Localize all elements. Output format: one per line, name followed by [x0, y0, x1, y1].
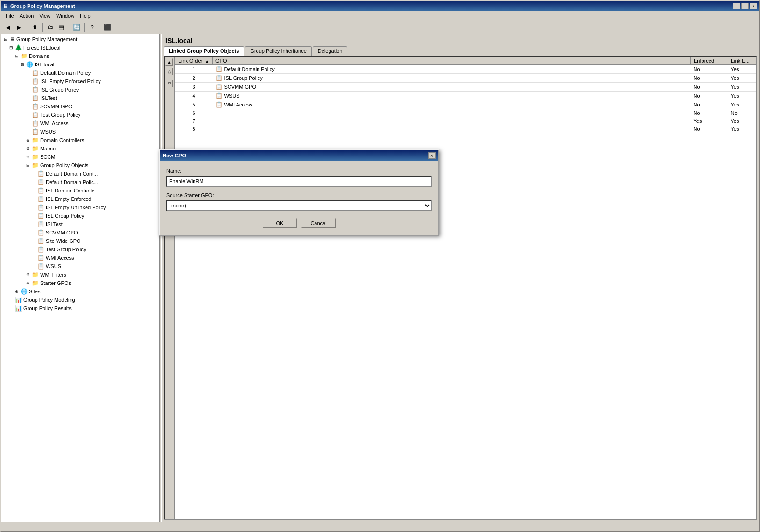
- modal-title-bar: New GPO ×: [160, 150, 438, 161]
- modal-close-button[interactable]: ×: [428, 152, 436, 159]
- ok-button[interactable]: OK: [262, 218, 297, 228]
- modal-title: New GPO: [163, 153, 186, 158]
- modal-body: Name: Source Starter GPO: (none) OK Canc…: [160, 161, 438, 235]
- name-label: Name:: [166, 168, 432, 174]
- source-label: Source Starter GPO:: [166, 192, 432, 198]
- new-gpo-dialog: New GPO × Name: Source Starter GPO: (non…: [159, 149, 439, 236]
- name-input[interactable]: [166, 176, 432, 187]
- modal-overlay: New GPO × Name: Source Starter GPO: (non…: [0, 0, 760, 532]
- modal-buttons: OK Cancel: [166, 218, 432, 228]
- cancel-button[interactable]: Cancel: [301, 218, 336, 228]
- source-select[interactable]: (none): [166, 200, 432, 211]
- source-select-row: (none): [166, 200, 432, 218]
